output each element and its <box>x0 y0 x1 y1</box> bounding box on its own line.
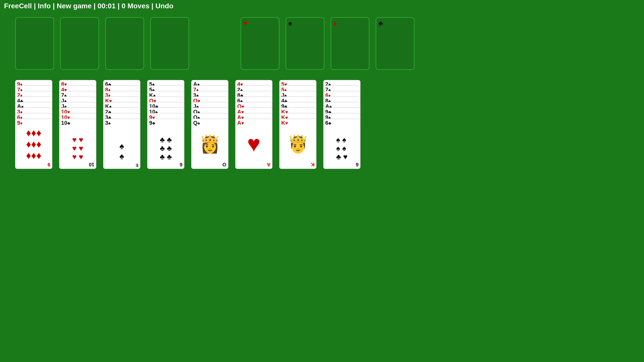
free-cell-1[interactable] <box>15 17 54 70</box>
free-cell-3[interactable] <box>105 17 144 70</box>
card-col5-8[interactable]: Q♠ 👸 O <box>191 119 228 169</box>
hearts-suit-icon: ♥ <box>243 19 248 27</box>
foundation-cells: ♥ ♠ ♦ ♣ <box>240 17 415 70</box>
card-col1-8[interactable]: 9♦ ♦♦♦♦♦♦♦♦♦ 9 <box>15 119 52 169</box>
column-7: 5♥ 5♦ J♠ 4♣ 9♣ K♥ K♥ K♥ 🤴 K <box>279 80 318 169</box>
undo-button[interactable]: Undo <box>155 2 174 10</box>
card-col3-8[interactable]: 3♠ ♠♠ E <box>103 119 140 169</box>
columns-row: 9♦ 7♦ 2♦ 4♣ A♠ 3♦ 6♦ 9♦ ♦♦♦♦♦♦♦♦♦ 9 8♥ 4… <box>15 80 629 169</box>
new-game-button[interactable]: New game <box>57 2 92 10</box>
clubs-suit-icon: ♣ <box>378 19 383 27</box>
header: FreeCell | Info | New game | 00:01 | 0 M… <box>0 0 644 12</box>
game-title: FreeCell <box>4 2 32 10</box>
timer-display: 00:01 <box>98 2 116 10</box>
column-6: 4♥ 2♠ 8♣ 6♠ Q♥ A♥ A♥ A♥ ♥ A <box>235 80 274 169</box>
foundation-clubs[interactable]: ♣ <box>376 17 415 70</box>
moves-display: 0 Moves <box>122 2 149 10</box>
card-col4-8[interactable]: 9♣ ♣ ♣♣ ♣♣ ♣ 6 <box>147 119 184 169</box>
foundation-spades[interactable]: ♠ <box>286 17 325 70</box>
game-area: ♥ ♠ ♦ ♣ 9♦ 7♦ 2♦ 4♣ A♠ 3♦ 6♦ 9♦ ♦♦♦♦♦♦♦♦ <box>0 12 644 174</box>
sep5: | <box>151 2 153 10</box>
sep2: | <box>53 2 55 10</box>
foundation-diamonds[interactable]: ♦ <box>331 17 370 70</box>
card-col6-8[interactable]: A♥ ♥ A <box>235 119 272 169</box>
sep3: | <box>94 2 96 10</box>
column-5: A♠ 7♦ 3♠ Q♥ J♠ Q♠ Q♠ Q♠ 👸 O <box>191 80 230 169</box>
column-1: 9♦ 7♦ 2♦ 4♣ A♠ 3♦ 6♦ 9♦ ♦♦♦♦♦♦♦♦♦ 9 <box>15 80 54 169</box>
column-8: 2♠ 7♠ 6♦ 8♠ A♠ 9♣ 9♠ 6♣ ♠ ♠♠ ♠♣ ♥ 6 <box>323 80 362 169</box>
column-4: 5♠ 5♠ K♠ Q♥ 10♣ 10♠ 9♥ 9♣ ♣ ♣♣ ♣♣ ♣ 6 <box>147 80 186 169</box>
free-cell-4[interactable] <box>150 17 189 70</box>
foundation-hearts[interactable]: ♥ <box>240 17 279 70</box>
sep1: | <box>34 2 36 10</box>
spades-suit-icon: ♠ <box>288 19 292 27</box>
card-col2-8[interactable]: 10♣ ♥ ♥♥ ♥♥ ♥ 10 <box>59 119 96 169</box>
column-2: 8♥ 4♥ 7♠ J♠ J♠ 10♥ 10♥ 10♣ ♥ ♥♥ ♥♥ ♥ 10 <box>59 80 98 169</box>
info-button[interactable]: Info <box>38 2 51 10</box>
sep4: | <box>117 2 119 10</box>
card-col8-8[interactable]: 6♣ ♠ ♠♠ ♠♣ ♥ 6 <box>323 119 360 169</box>
diamonds-suit-icon: ♦ <box>333 19 337 27</box>
free-cells <box>15 17 189 70</box>
top-row: ♥ ♠ ♦ ♣ <box>15 17 629 70</box>
card-col7-8[interactable]: K♥ 🤴 K <box>279 119 316 169</box>
free-cell-2[interactable] <box>60 17 99 70</box>
column-3: 6♣ 8♦ 3♦ K♥ K♠ 2♣ 3♣ 3♠ ♠♠ E <box>103 80 142 169</box>
